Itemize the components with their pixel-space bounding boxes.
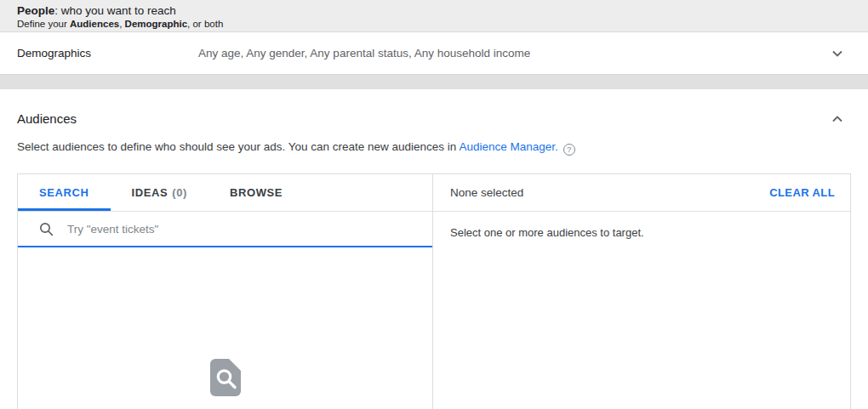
page-subtitle: Define your Audiences, Demographic, or b… xyxy=(17,18,851,31)
tab-ideas-label: IDEAS xyxy=(132,186,168,199)
demographics-summary: Any age, Any gender, Any parental status… xyxy=(198,47,831,60)
audience-search-row[interactable] xyxy=(18,212,432,247)
tab-ideas[interactable]: IDEAS(0) xyxy=(111,174,208,211)
picker-selection-pane: None selected CLEAR ALL Select one or mo… xyxy=(433,174,850,409)
picker-search-pane: SEARCH IDEAS(0) BROWSE xyxy=(18,174,433,409)
clear-all-button[interactable]: CLEAR ALL xyxy=(762,181,842,204)
audiences-description: Select audiences to define who should se… xyxy=(17,140,851,156)
search-icon xyxy=(39,222,54,236)
audience-manager-link[interactable]: Audience Manager. xyxy=(459,140,557,153)
subtitle-audiences-bold: Audiences xyxy=(70,19,119,29)
demographics-row[interactable]: Demographics Any age, Any gender, Any pa… xyxy=(0,32,868,75)
audiences-section: Audiences Select audiences to define who… xyxy=(0,111,868,409)
help-icon[interactable]: ? xyxy=(563,144,575,156)
search-results-area xyxy=(18,247,432,409)
audiences-header[interactable]: Audiences xyxy=(17,111,851,126)
selection-hint: Select one or more audiences to target. xyxy=(433,212,850,253)
tab-browse-label: BROWSE xyxy=(230,186,283,199)
selection-header-row: None selected CLEAR ALL xyxy=(433,174,850,212)
audience-search-input[interactable] xyxy=(67,223,419,236)
audience-picker-panel: SEARCH IDEAS(0) BROWSE xyxy=(17,173,851,409)
people-step-header: People: who you want to reach Define you… xyxy=(0,0,868,32)
page-title: People: who you want to reach xyxy=(17,3,851,18)
subtitle-demographic-bold: Demographic xyxy=(125,19,188,29)
chevron-up-icon[interactable] xyxy=(831,112,844,126)
tab-ideas-count: (0) xyxy=(172,186,187,199)
page-title-rest: : who you want to reach xyxy=(54,4,176,17)
document-search-icon xyxy=(210,359,241,396)
tab-search[interactable]: SEARCH xyxy=(18,174,111,211)
subtitle-suffix: , or both xyxy=(187,19,223,29)
picker-tabs: SEARCH IDEAS(0) BROWSE xyxy=(18,174,432,212)
chevron-down-icon[interactable] xyxy=(831,47,844,60)
tab-search-label: SEARCH xyxy=(39,186,89,199)
audiences-title: Audiences xyxy=(17,111,77,126)
description-text: Select audiences to define who should se… xyxy=(17,140,459,153)
page-title-bold: People xyxy=(17,4,54,17)
section-separator xyxy=(0,75,868,89)
demographics-label: Demographics xyxy=(17,47,198,60)
selection-status: None selected xyxy=(450,186,523,199)
subtitle-prefix: Define your xyxy=(17,19,70,29)
tab-browse[interactable]: BROWSE xyxy=(208,174,304,211)
